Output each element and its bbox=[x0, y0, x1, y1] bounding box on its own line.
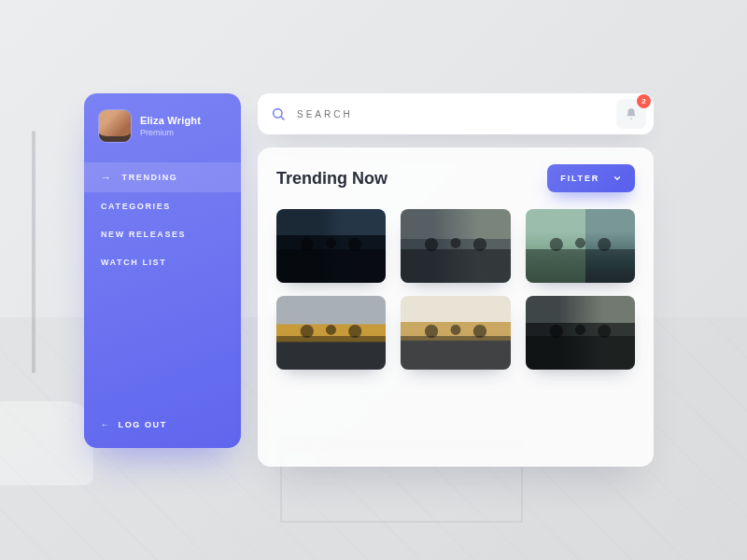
media-card[interactable] bbox=[526, 209, 635, 283]
sidebar-item-label: WATCH LIST bbox=[101, 258, 166, 267]
notifications-button[interactable]: 2 bbox=[616, 99, 646, 129]
search-icon bbox=[271, 106, 286, 121]
sidebar-item-label: NEW RELEASES bbox=[101, 230, 186, 239]
thumbnail bbox=[401, 209, 510, 283]
logout-label: LOG OUT bbox=[119, 420, 167, 429]
notification-badge: 2 bbox=[637, 94, 651, 108]
media-card[interactable] bbox=[526, 296, 635, 370]
app-window: Eliza Wright Premium → TRENDING CATEGORI… bbox=[84, 93, 654, 467]
sidebar-item-label: CATEGORIES bbox=[101, 202, 171, 211]
main-column: 2 Trending Now FILTER bbox=[258, 93, 654, 467]
profile-name: Eliza Wright bbox=[140, 115, 201, 126]
chevron-down-icon bbox=[613, 174, 622, 183]
sidebar-item-watch-list[interactable]: WATCH LIST bbox=[84, 248, 241, 276]
profile-text: Eliza Wright Premium bbox=[140, 115, 201, 137]
thumbnail bbox=[276, 209, 386, 283]
filter-button[interactable]: FILTER bbox=[547, 164, 635, 192]
profile-plan: Premium bbox=[140, 128, 201, 137]
trending-grid bbox=[276, 209, 635, 370]
thumbnail bbox=[526, 209, 635, 283]
logout-button[interactable]: ← LOG OUT bbox=[84, 409, 241, 433]
svg-line-1 bbox=[281, 117, 284, 119]
search-input[interactable] bbox=[297, 109, 605, 119]
media-card[interactable] bbox=[276, 209, 386, 283]
filter-label: FILTER bbox=[560, 174, 599, 183]
media-card[interactable] bbox=[401, 209, 510, 283]
thumbnail bbox=[526, 296, 635, 370]
content-header: Trending Now FILTER bbox=[276, 164, 635, 192]
profile[interactable]: Eliza Wright Premium bbox=[84, 110, 241, 155]
media-card[interactable] bbox=[401, 296, 510, 370]
nav: → TRENDING CATEGORIES NEW RELEASES WATCH… bbox=[84, 162, 241, 276]
sidebar-item-label: TRENDING bbox=[122, 173, 178, 182]
avatar bbox=[99, 110, 131, 142]
search-bar: 2 bbox=[258, 93, 654, 134]
sidebar: Eliza Wright Premium → TRENDING CATEGORI… bbox=[84, 93, 241, 448]
content-panel: Trending Now FILTER bbox=[258, 147, 654, 467]
sidebar-item-trending[interactable]: → TRENDING bbox=[84, 162, 241, 192]
thumbnail bbox=[401, 296, 510, 370]
sidebar-item-categories[interactable]: CATEGORIES bbox=[84, 192, 241, 220]
thumbnail bbox=[276, 296, 386, 370]
bell-icon bbox=[625, 107, 638, 120]
media-card[interactable] bbox=[276, 296, 386, 370]
sidebar-item-new-releases[interactable]: NEW RELEASES bbox=[84, 220, 241, 248]
arrow-left-icon: ← bbox=[101, 420, 111, 429]
page-title: Trending Now bbox=[276, 169, 388, 189]
arrow-right-icon: → bbox=[101, 172, 113, 183]
